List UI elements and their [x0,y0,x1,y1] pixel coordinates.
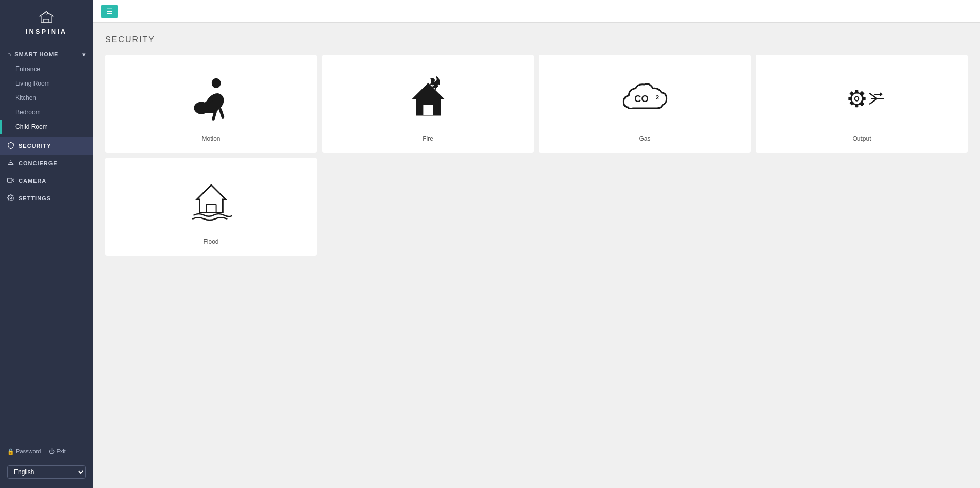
topbar: ☰ [93,0,980,23]
svg-rect-13 [848,97,852,100]
menu-toggle-button[interactable]: ☰ [101,5,118,18]
fire-label: Fire [423,135,433,142]
gas-card[interactable]: CO 2 Gas [539,55,751,153]
motion-card[interactable]: Motion [105,55,317,153]
flood-icon [185,173,237,230]
svg-rect-18 [859,91,864,95]
svg-rect-12 [855,104,858,107]
concierge-label: CONCIERGE [19,160,58,166]
motion-label: Motion [201,135,220,142]
empty-card-4 [756,158,968,256]
sidebar-item-concierge[interactable]: CONCIERGE [0,155,93,172]
svg-marker-1 [12,179,14,182]
svg-text:CO: CO [634,93,649,104]
sidebar-item-settings[interactable]: SETTINGS [0,190,93,207]
camera-label: CAMERA [19,178,46,184]
flood-label: Flood [203,238,218,245]
sidebar-item-security[interactable]: SECURITY [0,137,93,155]
lock-icon: 🔒 [7,448,14,455]
smart-home-section: ⌂ SMART HOME ▾ Entrance Living Room Kitc… [0,43,93,137]
svg-point-5 [194,102,209,114]
svg-point-4 [211,78,221,88]
gas-label: Gas [639,135,650,142]
page-title: SECURITY [105,35,968,44]
output-icon [836,70,888,127]
security-cards-row2: Flood [105,158,968,256]
security-cards-row1: Motion Fire [105,55,968,153]
sidebar: INSPINIA ⌂ SMART HOME ▾ Entrance Living … [0,0,93,488]
language-selector-wrap: English Spanish French German [0,460,93,488]
empty-card-3 [539,158,751,256]
main-content: ☰ SECURITY [93,0,980,488]
exit-link[interactable]: ⏻ Exit [49,448,65,455]
chevron-down-icon: ▾ [82,52,86,57]
motion-icon [185,70,237,127]
svg-rect-2 [8,178,12,182]
svg-text:2: 2 [655,94,659,100]
sidebar-item-child-room[interactable]: Child Room [0,120,93,134]
settings-label: SETTINGS [19,195,51,201]
smart-home-header[interactable]: ⌂ SMART HOME ▾ [0,46,93,62]
nav-items: SECURITY CONCIERGE CAMERA [0,137,93,207]
sidebar-item-entrance[interactable]: Entrance [0,62,93,76]
logo-area: INSPINIA [0,0,93,43]
exit-icon: ⏻ [49,448,55,455]
camera-icon [7,177,14,185]
settings-icon [7,194,14,203]
svg-rect-14 [862,97,866,100]
sidebar-item-kitchen[interactable]: Kitchen [0,91,93,105]
flood-card[interactable]: Flood [105,158,317,256]
svg-rect-11 [855,90,858,93]
smart-home-label: SMART HOME [14,51,58,57]
password-link[interactable]: 🔒 Password [7,448,41,455]
gas-icon: CO 2 [619,70,671,127]
app-name: INSPINIA [26,28,67,36]
language-select[interactable]: English Spanish French German [7,465,86,479]
security-label: SECURITY [19,143,52,149]
concierge-icon [7,159,14,167]
output-label: Output [852,135,871,142]
svg-point-3 [10,197,12,199]
sidebar-item-bedroom[interactable]: Bedroom [0,105,93,120]
content-area: SECURITY [93,23,980,488]
sidebar-item-camera[interactable]: CAMERA [0,172,93,190]
shield-icon [7,142,14,150]
sidebar-footer: 🔒 Password ⏻ Exit [0,442,93,460]
fire-icon [402,70,454,127]
svg-rect-16 [859,101,864,106]
svg-point-10 [854,96,858,100]
svg-rect-6 [423,105,433,115]
fire-card[interactable]: Fire [322,55,534,153]
sidebar-item-living-room[interactable]: Living Room [0,76,93,91]
home-icon: ⌂ [7,51,11,58]
svg-rect-15 [849,91,854,95]
empty-card-2 [322,158,534,256]
output-card[interactable]: Output [756,55,968,153]
svg-rect-17 [849,100,854,105]
smart-home-sub-items: Entrance Living Room Kitchen Bedroom Chi… [0,62,93,134]
svg-rect-19 [206,205,216,213]
